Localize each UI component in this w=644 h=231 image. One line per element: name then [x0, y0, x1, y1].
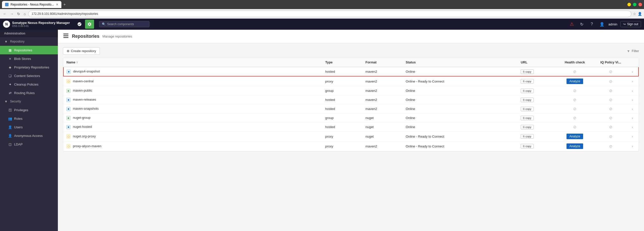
copy-url-button[interactable]: ⎘ copy	[521, 69, 534, 74]
bookmark-icon[interactable]: ☆	[633, 12, 636, 16]
repo-type-icon: ⬡	[66, 79, 70, 83]
cell-url: ⎘ copy	[518, 141, 557, 151]
sidebar-cleanup-policies-label: Cleanup Policies	[14, 83, 38, 86]
table-row[interactable]: ⬡ proxy-aliyun-maven proxy maven2 Online…	[63, 141, 638, 151]
table-row[interactable]: ◈ maven-public group maven2 Online ⎘ cop…	[63, 86, 638, 95]
tab-close-btn[interactable]: ✕	[56, 3, 58, 6]
sidebar-item-ldap[interactable]: ◫ LDAP	[0, 140, 58, 148]
col-header-name[interactable]: Name ↑	[63, 58, 322, 67]
table-row[interactable]: ■ nuget-hosted hosted nuget Online ⎘ cop…	[63, 123, 638, 132]
row-chevron-icon: ›	[632, 107, 633, 111]
sidebar-item-roles[interactable]: 👥 Roles	[0, 114, 58, 123]
table-row[interactable]: ◈ nuget-group group nuget Online ⎘ copy …	[63, 113, 638, 123]
admin-icon[interactable]	[85, 20, 94, 29]
copy-url-button[interactable]: ⎘ copy	[521, 107, 534, 111]
search-box[interactable]: 🔍 Search components	[99, 21, 149, 27]
repo-type-icon: ■	[66, 107, 70, 111]
filter-box: ▼ Filter	[627, 49, 639, 53]
help-icon[interactable]: ?	[588, 21, 595, 28]
repo-name: nuget.org-proxy	[73, 134, 96, 138]
cell-arrow: ›	[629, 67, 638, 76]
copy-url-button[interactable]: ⎘ copy	[521, 125, 534, 129]
copy-url-button[interactable]: ⎘ copy	[521, 134, 534, 139]
sidebar-security-section[interactable]: ▼ Security	[0, 97, 58, 106]
repo-type-icon: ⬡	[66, 144, 70, 148]
browser-chrome: Repositories - Nexus Reposito... ✕ +	[0, 0, 644, 9]
table-row[interactable]: ⬡ maven-central proxy maven2 Online - Re…	[63, 76, 638, 86]
window-minimize-btn[interactable]	[627, 3, 631, 6]
copy-url-button[interactable]: ⎘ copy	[521, 89, 534, 93]
sign-out-button[interactable]: ↪ Sign out	[620, 21, 641, 27]
na-icon: ⊘	[573, 125, 576, 129]
row-chevron-icon: ›	[632, 70, 633, 74]
create-repository-button[interactable]: ⊕ Create repository	[63, 47, 100, 55]
cell-format: maven2	[363, 104, 403, 113]
new-tab-button[interactable]: +	[63, 2, 66, 7]
copy-url-button[interactable]: ⎘ copy	[521, 144, 534, 148]
sidebar-item-blob-stores[interactable]: ≡ Blob Stores	[0, 54, 58, 63]
window-maximize-btn[interactable]	[633, 3, 636, 6]
row-chevron-icon: ›	[632, 125, 633, 129]
cell-arrow: ›	[629, 113, 638, 123]
copy-icon: ⎘	[523, 126, 525, 129]
sidebar-content-selectors-label: Content Selectors	[14, 74, 40, 78]
copy-url-button[interactable]: ⎘ copy	[521, 79, 534, 84]
tab-favicon	[5, 3, 9, 6]
sidebar-item-anonymous-access[interactable]: 👤 Anonymous Access	[0, 131, 58, 140]
address-input[interactable]	[28, 11, 631, 17]
svg-rect-1	[63, 35, 68, 36]
cell-iq: ⊘	[593, 76, 629, 86]
refresh-button[interactable]: ↻	[16, 11, 21, 17]
sidebar-item-privileges[interactable]: ⚿ Privileges	[0, 106, 58, 114]
copy-url-button[interactable]: ⎘ copy	[521, 98, 534, 102]
refresh-icon[interactable]: ↻	[578, 21, 585, 28]
ldap-icon: ◫	[8, 142, 12, 146]
cell-iq: ⊘	[593, 132, 629, 141]
sidebar-item-proprietary-repos[interactable]: ◈ Proprietary Repositories	[0, 63, 58, 71]
sidebar-anonymous-access-label: Anonymous Access	[14, 134, 43, 138]
cell-url: ⎘ copy	[518, 132, 557, 141]
sidebar-item-content-selectors[interactable]: ❑ Content Selectors	[0, 71, 58, 80]
table-row[interactable]: ⬡ nuget.org-proxy proxy nuget Online - R…	[63, 132, 638, 141]
iq-na-icon: ⊘	[609, 134, 612, 139]
table-row[interactable]: ■ maven-snapshots hosted maven2 Online ⎘…	[63, 104, 638, 113]
analyze-button[interactable]: Analyze	[567, 143, 583, 149]
sidebar-item-routing-rules[interactable]: ⇄ Routing Rules	[0, 89, 58, 97]
sidebar-item-users[interactable]: 👤 Users	[0, 123, 58, 131]
col-header-status: Status	[403, 58, 518, 67]
cell-arrow: ›	[629, 123, 638, 132]
copy-url-button[interactable]: ⎘ copy	[521, 116, 534, 120]
sidebar-item-repositories[interactable]: ▦ Repositories	[0, 46, 58, 54]
sidebar-repository-section[interactable]: ▼ Repository	[0, 37, 58, 46]
iq-na-icon: ⊘	[609, 79, 612, 84]
analyze-button[interactable]: Analyze	[567, 79, 583, 84]
back-button[interactable]: ←	[2, 11, 8, 17]
copy-icon: ⎘	[523, 70, 525, 73]
app-header: N Sonatype Nexus Repository Manager OSS …	[0, 19, 644, 30]
alert-icon[interactable]: ⚠	[568, 21, 575, 28]
cell-iq: ⊘	[593, 95, 629, 104]
table-row[interactable]: ■ maven-releases hosted maven2 Online ⎘ …	[63, 95, 638, 104]
browse-icon[interactable]	[75, 20, 84, 29]
sidebar-proprietary-repos-label: Proprietary Repositories	[14, 65, 49, 69]
page-subtitle: Manage repositories	[102, 34, 132, 38]
cell-iq: ⊘	[593, 141, 629, 151]
browser-tab[interactable]: Repositories - Nexus Reposito... ✕	[2, 1, 61, 8]
home-button[interactable]: ⌂	[23, 11, 27, 17]
user-avatar[interactable]: 👤	[598, 21, 606, 28]
analyze-button[interactable]: Analyze	[567, 134, 583, 139]
sidebar-privileges-label: Privileges	[14, 108, 28, 112]
sidebar-item-cleanup-policies[interactable]: ✦ Cleanup Policies	[0, 80, 58, 89]
profile-icon[interactable]: 👤	[638, 12, 642, 16]
iq-na-icon: ⊘	[609, 69, 612, 74]
main-layout: Administration ▼ Repository ▦ Repositori…	[0, 30, 644, 231]
forward-button[interactable]: →	[9, 11, 15, 17]
copy-icon: ⎘	[523, 89, 525, 92]
copy-icon: ⎘	[523, 98, 525, 101]
window-close-btn[interactable]	[638, 3, 642, 6]
cell-format: nuget	[363, 123, 403, 132]
svg-rect-2	[63, 37, 68, 38]
svg-rect-0	[63, 33, 68, 34]
sidebar-security-label: Security	[10, 100, 21, 103]
table-row[interactable]: ■ devops4-snapshot hosted maven2 Online …	[63, 67, 638, 76]
